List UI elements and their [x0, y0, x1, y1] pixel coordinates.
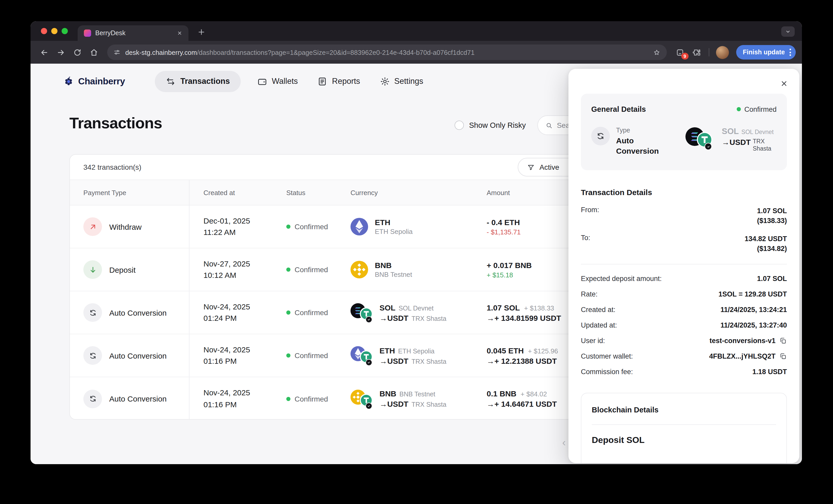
browser-window: BerryDesk: [30, 21, 802, 464]
status-dot: [286, 268, 290, 272]
payment-type-cell: Deposit: [70, 248, 189, 291]
close-icon[interactable]: [777, 76, 791, 91]
status-cell: Confirmed: [272, 334, 336, 377]
created-at-cell: Nov-27, 202510:12 AM: [189, 248, 272, 291]
payment-type-cell: Auto Conversion: [70, 334, 189, 377]
nav-label: Transactions: [181, 77, 230, 86]
nav-label: Settings: [394, 77, 423, 86]
copy-icon[interactable]: [779, 352, 787, 360]
payment-type-label: Auto Conversion: [109, 394, 167, 403]
extension-badge: 9: [681, 53, 689, 59]
blockchain-details-title: Blockchain Details: [592, 406, 776, 414]
network-shield-icon: [365, 402, 372, 409]
column-header: Status: [272, 180, 336, 205]
transaction-details-section: Transaction Details From: 1.07 SOL($138.…: [568, 188, 799, 380]
status-cell: Confirmed: [272, 248, 336, 291]
detail-row: Rate: 1SOL = 129.28 USDT: [581, 286, 787, 302]
eth-coin-icon: [351, 218, 368, 235]
payment-type-label: Deposit: [109, 265, 136, 274]
currency-cell: SOLSOL Devnet →USDTTRX Shasta: [336, 291, 473, 334]
currency-pair-icon: [686, 127, 715, 151]
status-dot: [736, 107, 741, 111]
transaction-type: Type Auto Conversion: [591, 127, 664, 156]
window-controls: [41, 28, 68, 34]
status-cell: Confirmed: [272, 205, 336, 248]
transaction-detail-drawer: General Details Confirmed Type: [568, 69, 799, 463]
nav-item-reports[interactable]: Reports: [314, 71, 363, 92]
created-at-cell: Nov-24, 202501:16 PM: [189, 334, 272, 377]
created-at-cell: Dec-01, 202511:22 AM: [189, 205, 272, 248]
column-header: Currency: [336, 180, 473, 205]
payment-type-label: Auto Conversion: [109, 308, 167, 317]
type-label: Type: [616, 127, 664, 134]
browser-tab[interactable]: BerryDesk: [78, 25, 188, 41]
address-bar[interactable]: desk-stg.chainberry.com/dashboard/transa…: [107, 45, 667, 60]
search-icon: [545, 121, 553, 129]
close-window-button[interactable]: [41, 28, 47, 34]
status-cell: Confirmed: [272, 377, 336, 420]
page-content: Chainberry Transactions Wallets Reports: [30, 64, 802, 464]
payment-type-cell: Auto Conversion: [70, 377, 189, 420]
blockchain-details-section: Blockchain Details Deposit SOL: [581, 393, 787, 463]
network-shield-icon: [705, 143, 712, 150]
network-shield-icon: [365, 359, 372, 366]
profile-avatar[interactable]: [716, 46, 729, 59]
transaction-count: 342 transaction(s): [84, 163, 141, 171]
filter-label: Active: [540, 163, 559, 171]
show-only-risky-toggle[interactable]: Show Only Risky: [455, 121, 526, 130]
url-text: desk-stg.chainberry.com/dashboard/transa…: [125, 48, 648, 56]
nav-item-wallets[interactable]: Wallets: [254, 71, 301, 92]
toolbar-separator: [709, 48, 709, 56]
currency-cell: BNBBNB Testnet: [336, 248, 473, 291]
minimize-window-button[interactable]: [51, 28, 57, 34]
extensions-puzzle-icon[interactable]: [690, 45, 704, 59]
finish-update-button[interactable]: Finish update: [736, 45, 796, 59]
status-dot: [286, 310, 290, 314]
deposit-sol-heading: Deposit SOL: [592, 435, 776, 446]
payment-type-cell: Auto Conversion: [70, 291, 189, 334]
tab-close-icon[interactable]: [175, 28, 184, 38]
bookmark-star-icon[interactable]: [653, 48, 661, 56]
nav-label: Wallets: [272, 77, 298, 86]
general-details-title: General Details: [591, 105, 646, 113]
home-button[interactable]: [87, 45, 101, 59]
new-tab-button[interactable]: [197, 28, 206, 38]
detail-row: Updated at: 11/24/2025, 13:27:40: [581, 318, 787, 333]
currency-cell: ETHETH Sepolia →USDTTRX Shasta: [336, 334, 473, 377]
status-dot: [286, 397, 290, 401]
column-header: Created at: [189, 180, 272, 205]
nav-item-settings[interactable]: Settings: [377, 71, 426, 92]
deposit-arrow-icon: [84, 260, 102, 279]
conversion-swap-icon: [84, 346, 102, 365]
detail-row: Commission fee: 1.18 USDT: [581, 364, 787, 380]
extension-button[interactable]: 9: [673, 45, 688, 59]
wallet-icon: [257, 76, 267, 86]
detail-row-customer-wallet: Customer wallet: 4FBLZX...jYHLSQ2T: [581, 349, 787, 364]
general-details-card: General Details Confirmed Type: [581, 94, 787, 170]
conversion-swap-icon: [84, 389, 102, 408]
payment-type-label: Auto Conversion: [109, 351, 167, 360]
fullscreen-window-button[interactable]: [62, 28, 68, 34]
copy-icon[interactable]: [779, 337, 787, 345]
conversion-swap-icon: [84, 303, 102, 322]
tab-title: BerryDesk: [95, 29, 171, 37]
status-dot: [286, 225, 290, 229]
berry-logo-icon: [63, 75, 75, 87]
site-settings-icon[interactable]: [113, 49, 121, 56]
top-navigation: Transactions Wallets Reports Settings: [155, 71, 426, 92]
browser-toolbar: desk-stg.chainberry.com/dashboard/transa…: [30, 41, 802, 64]
pagination-prev-button[interactable]: ‹: [560, 437, 568, 448]
back-button[interactable]: [37, 45, 51, 59]
currency-pair-icon: [351, 303, 374, 322]
brand-logo[interactable]: Chainberry: [63, 75, 125, 87]
tab-search-button[interactable]: [781, 26, 795, 37]
risky-checkbox[interactable]: [455, 121, 464, 130]
nav-label: Reports: [332, 77, 360, 86]
currency-pair-icon: [351, 389, 374, 408]
reload-button[interactable]: [70, 45, 85, 59]
browser-menu-icon[interactable]: [789, 49, 791, 56]
transaction-details-title: Transaction Details: [581, 188, 787, 197]
type-value: Auto Conversion: [616, 135, 664, 156]
nav-item-transactions[interactable]: Transactions: [155, 71, 241, 92]
forward-button[interactable]: [53, 45, 68, 59]
